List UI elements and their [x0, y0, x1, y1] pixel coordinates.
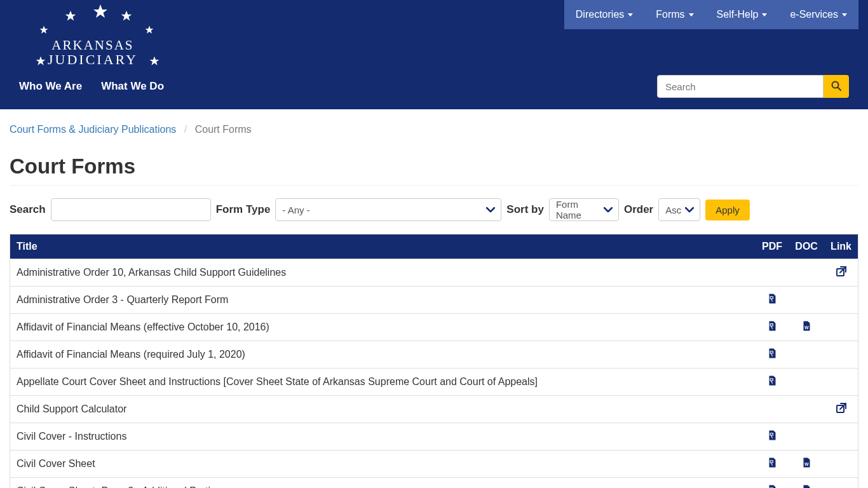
pdf-file-icon[interactable] [768, 293, 777, 304]
doc-file-icon[interactable] [802, 457, 811, 468]
filter-sortby-label: Sort by [506, 203, 544, 216]
col-link: Link [824, 234, 858, 259]
topnav-self-help[interactable]: Self-Help [705, 0, 779, 29]
row-title: Civil Cover - Instructions [10, 423, 756, 451]
caret-down-icon [628, 13, 633, 17]
row-title: Appellate Court Cover Sheet and Instruct… [10, 369, 756, 396]
pdf-file-icon[interactable] [768, 348, 777, 359]
row-pdf-cell [756, 369, 789, 396]
caret-down-icon [689, 13, 694, 17]
col-title[interactable]: Title [10, 234, 756, 259]
col-pdf: PDF [756, 234, 789, 259]
search-input[interactable] [657, 75, 824, 98]
mainnav-who-we-are[interactable]: Who We Are [19, 80, 82, 93]
row-link-cell [824, 478, 858, 489]
topnav-e-services[interactable]: e-Services [778, 0, 858, 29]
filter-order-select[interactable]: Asc [658, 198, 700, 221]
pdf-file-icon[interactable] [768, 375, 777, 386]
doc-file-icon[interactable] [802, 484, 811, 488]
row-pdf-cell [756, 478, 789, 489]
pdf-file-icon[interactable] [768, 430, 777, 441]
row-title: Child Support Calculator [10, 396, 756, 423]
table-row: Administrative Order 3 - Quarterly Repor… [10, 287, 858, 314]
forms-table: Title PDF DOC Link Administrative Order … [10, 234, 858, 488]
breadcrumb: Court Forms & Judiciary Publications / C… [10, 119, 858, 145]
logo-text-line1: ARKANSAS [48, 38, 138, 52]
caret-down-icon [762, 13, 767, 17]
row-title: Administrative Order 10, Arkansas Child … [10, 259, 756, 287]
row-title: Affidavit of Financial Means (effective … [10, 314, 756, 341]
row-link-cell [824, 396, 858, 423]
row-link-cell [824, 423, 858, 451]
breadcrumb-parent[interactable]: Court Forms & Judiciary Publications [10, 124, 176, 135]
row-doc-cell [789, 396, 824, 423]
row-pdf-cell [756, 423, 789, 451]
row-doc-cell [789, 423, 824, 451]
table-row: Civil Cover Sheet- Page 2 - Additional P… [10, 478, 858, 489]
pdf-file-icon[interactable] [768, 320, 777, 332]
table-row: Civil Cover - Instructions [10, 423, 858, 451]
row-pdf-cell [756, 396, 789, 423]
row-link-cell [824, 259, 858, 287]
filter-search-input[interactable] [51, 198, 211, 221]
topnav-directories[interactable]: Directories [564, 0, 644, 29]
row-doc-cell [789, 369, 824, 396]
filter-formtype-label: Form Type [216, 203, 271, 216]
filter-sortby-select[interactable]: Form Name [549, 198, 619, 221]
pdf-file-icon[interactable] [768, 457, 777, 468]
row-doc-cell [789, 287, 824, 314]
row-title: Affidavit of Financial Means (required J… [10, 341, 756, 369]
external-link-icon[interactable] [836, 266, 847, 277]
table-row: Affidavit of Financial Means (required J… [10, 341, 858, 369]
row-link-cell [824, 314, 858, 341]
page-content: Court Forms & Judiciary Publications / C… [0, 109, 868, 488]
row-link-cell [824, 341, 858, 369]
row-title: Civil Cover Sheet- Page 2 - Additional P… [10, 478, 756, 489]
row-doc-cell [789, 314, 824, 341]
table-row: Affidavit of Financial Means (effective … [10, 314, 858, 341]
search-icon [831, 81, 841, 93]
breadcrumb-current: Court Forms [195, 124, 252, 135]
doc-file-icon[interactable] [802, 320, 811, 332]
filter-bar: Search Form Type - Any - Sort by Form Na… [10, 198, 858, 221]
filter-formtype-select[interactable]: - Any - [275, 198, 501, 221]
row-link-cell [824, 369, 858, 396]
logo[interactable]: ARKANSAS JUDICIARY [10, 0, 162, 70]
row-pdf-cell [756, 314, 789, 341]
row-title: Administrative Order 3 - Quarterly Repor… [10, 287, 756, 314]
row-link-cell [824, 287, 858, 314]
site-search [657, 75, 849, 98]
row-doc-cell [789, 341, 824, 369]
top-nav: Directories Forms Self-Help e-Services [564, 0, 858, 29]
table-row: Administrative Order 10, Arkansas Child … [10, 259, 858, 287]
row-pdf-cell [756, 259, 789, 287]
row-pdf-cell [756, 287, 789, 314]
apply-button[interactable]: Apply [705, 200, 750, 220]
caret-down-icon [842, 13, 847, 17]
table-row: Appellate Court Cover Sheet and Instruct… [10, 369, 858, 396]
pdf-file-icon[interactable] [768, 484, 777, 488]
mainnav-what-we-do[interactable]: What We Do [101, 80, 164, 93]
logo-text-line2: JUDICIARY [48, 52, 138, 67]
site-header: ARKANSAS JUDICIARY Directories Forms Sel… [0, 0, 868, 109]
search-button[interactable] [824, 75, 849, 98]
row-title: Civil Cover Sheet [10, 451, 756, 478]
main-nav: Who We Are What We Do [19, 80, 164, 93]
filter-order-label: Order [624, 203, 653, 216]
filter-search-label: Search [10, 203, 46, 216]
row-pdf-cell [756, 451, 789, 478]
table-row: Civil Cover Sheet [10, 451, 858, 478]
table-row: Child Support Calculator [10, 396, 858, 423]
row-doc-cell [789, 478, 824, 489]
col-doc: DOC [789, 234, 824, 259]
topnav-forms[interactable]: Forms [644, 0, 705, 29]
external-link-icon[interactable] [836, 402, 847, 414]
row-link-cell [824, 451, 858, 478]
row-doc-cell [789, 451, 824, 478]
page-title: Court Forms [10, 154, 858, 179]
row-pdf-cell [756, 341, 789, 369]
row-doc-cell [789, 259, 824, 287]
